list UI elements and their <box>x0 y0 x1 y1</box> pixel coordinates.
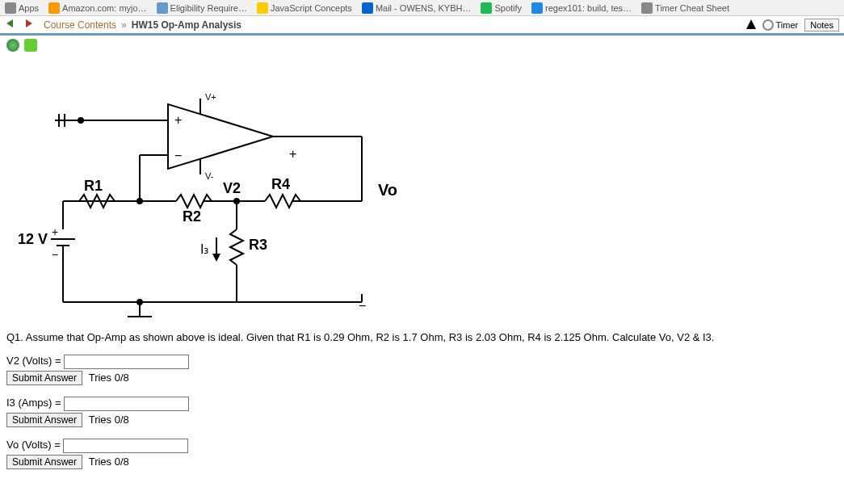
svg-text:V-: V- <box>205 171 214 181</box>
vo-label: Vo (Volts) = <box>6 439 63 451</box>
bookmark-item[interactable]: regex101: build, tes… <box>531 2 632 14</box>
answer-i3: I3 (Amps) = Submit Answer Tries 0/8 <box>6 397 838 427</box>
svg-text:+: + <box>289 147 296 161</box>
svg-text:I₃: I₃ <box>200 242 208 256</box>
notes-button[interactable]: Notes <box>804 19 839 32</box>
svg-marker-2 <box>746 19 756 29</box>
v2-input[interactable] <box>64 355 189 369</box>
i3-label: I3 (Amps) = <box>6 397 64 409</box>
svg-marker-42 <box>212 254 220 262</box>
svg-text:V2: V2 <box>223 180 241 196</box>
svg-marker-3 <box>168 104 273 169</box>
v2-submit-button[interactable]: Submit Answer <box>6 371 82 385</box>
svg-text:−: − <box>174 149 182 162</box>
marker-icon[interactable] <box>746 19 756 31</box>
timer-toggle[interactable]: Timer <box>762 19 799 31</box>
vo-tries: Tries 0/8 <box>89 456 129 468</box>
i3-tries: Tries 0/8 <box>89 414 129 426</box>
svg-text:R1: R1 <box>84 178 103 194</box>
circuit-diagram: + − V+ V- + − Vo <box>6 60 426 318</box>
v2-label: V2 (Volts) = <box>6 355 64 367</box>
bookmark-item[interactable]: Amazon.com: myjo… <box>48 2 147 14</box>
answer-v2: V2 (Volts) = Submit Answer Tries 0/8 <box>6 355 838 385</box>
nav-toolbar <box>0 36 844 55</box>
svg-text:+: + <box>52 225 58 238</box>
breadcrumb-row: Course Contents » HW15 Op-Amp Analysis T… <box>0 16 844 36</box>
bookmark-item[interactable]: JavaScript Concepts <box>257 2 352 14</box>
svg-text:R2: R2 <box>183 208 201 225</box>
svg-text:V+: V+ <box>205 92 216 102</box>
svg-text:R4: R4 <box>271 176 290 192</box>
svg-marker-1 <box>26 19 32 27</box>
svg-marker-0 <box>6 19 13 27</box>
v2-tries: Tries 0/8 <box>89 372 129 384</box>
svg-text:R3: R3 <box>249 237 267 253</box>
svg-text:12 V: 12 V <box>18 231 48 247</box>
svg-text:Vo: Vo <box>378 181 397 199</box>
bookmark-item[interactable]: Timer Cheat Sheet <box>641 2 729 14</box>
bookmarks-bar: Apps Amazon.com: myjo… Eligibility Requi… <box>0 0 844 16</box>
forward-icon[interactable] <box>24 18 39 32</box>
i3-submit-button[interactable]: Submit Answer <box>6 413 82 427</box>
bookmark-item[interactable]: Spotify <box>481 2 522 14</box>
answer-vo: Vo (Volts) = Submit Answer Tries 0/8 <box>6 439 838 469</box>
question-text: Q1. Assume that Op-Amp as shown above is… <box>6 331 838 343</box>
breadcrumb-current: HW15 Op-Amp Analysis <box>132 19 241 31</box>
back-icon[interactable] <box>5 18 19 32</box>
breadcrumb-link[interactable]: Course Contents <box>44 19 116 31</box>
user-icon[interactable] <box>24 39 37 52</box>
content: Q1. Assume that Op-Amp as shown above is… <box>0 323 844 489</box>
svg-text:+: + <box>174 113 182 127</box>
clock-icon <box>762 19 774 31</box>
apps-button[interactable]: Apps <box>5 2 39 14</box>
svg-text:−: − <box>52 248 58 261</box>
vo-input[interactable] <box>63 439 188 453</box>
i3-input[interactable] <box>64 397 189 411</box>
globe-icon[interactable] <box>6 39 19 52</box>
bookmark-item[interactable]: Mail - OWENS, KYBH… <box>362 2 472 14</box>
breadcrumb-sep: » <box>121 19 127 31</box>
vo-submit-button[interactable]: Submit Answer <box>6 455 82 469</box>
bookmark-item[interactable]: Eligibility Require… <box>157 2 247 14</box>
